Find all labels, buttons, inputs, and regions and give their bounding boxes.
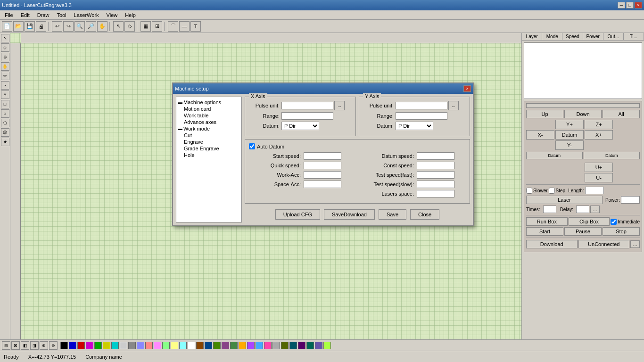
tb-ungroup[interactable]: ⊞ xyxy=(152,21,162,32)
color-swatch-28[interactable] xyxy=(298,342,305,349)
tool-rect[interactable]: □ xyxy=(1,100,9,108)
color-swatch-3[interactable] xyxy=(86,342,93,349)
color-swatch-24[interactable] xyxy=(264,342,272,349)
tool-pencil[interactable]: ✏ xyxy=(1,72,9,80)
menu-view[interactable]: View xyxy=(103,11,122,19)
pause-button[interactable]: Pause xyxy=(564,227,602,236)
color-swatch-19[interactable] xyxy=(222,342,229,349)
color-swatch-31[interactable] xyxy=(323,342,331,349)
tb-print[interactable]: 🖨 xyxy=(36,21,46,32)
tree-work-mode[interactable]: ▬ Work mode xyxy=(178,125,239,132)
color-swatch-20[interactable] xyxy=(230,342,238,349)
tb-line[interactable]: — xyxy=(179,21,190,32)
close-button[interactable]: × xyxy=(635,2,642,8)
maximize-button[interactable]: □ xyxy=(626,2,634,8)
color-swatch-11[interactable] xyxy=(154,342,161,349)
y-minus-button[interactable]: Y- xyxy=(555,140,584,150)
x-plus-button[interactable]: X+ xyxy=(585,130,613,140)
test-speed-fast-input[interactable]: 300.0 xyxy=(417,171,454,179)
color-swatch-29[interactable] xyxy=(306,342,314,349)
color-swatch-6[interactable] xyxy=(111,342,119,349)
tool-ellipse[interactable]: ○ xyxy=(1,109,9,118)
laser-button[interactable]: Laser xyxy=(526,196,603,204)
tool-star[interactable]: ★ xyxy=(1,138,9,146)
minimize-button[interactable]: ─ xyxy=(618,2,625,8)
clip-box-button[interactable]: Clip Box xyxy=(569,217,610,226)
y-datum-select[interactable]: P Dir N Dir xyxy=(396,122,433,130)
space-acc-input[interactable]: 1200.0 xyxy=(304,181,341,188)
x-pulse-unit-btn[interactable]: ... xyxy=(334,101,345,110)
menu-draw[interactable]: Draw xyxy=(33,11,53,19)
menu-edit[interactable]: Edit xyxy=(17,11,33,19)
close-dialog-button[interactable]: Close xyxy=(410,209,439,220)
color-swatch-25[interactable] xyxy=(272,342,280,349)
datum-center-button[interactable]: Datum xyxy=(555,130,584,140)
tool-zoom[interactable]: ⊕ xyxy=(1,53,9,61)
tool-node-edit[interactable]: ◇ xyxy=(1,43,9,52)
layer-list[interactable] xyxy=(524,42,642,99)
cb-tool5[interactable]: ⊕ xyxy=(40,341,48,350)
tree-engrave[interactable]: Engrave xyxy=(184,139,239,145)
datum-button[interactable]: Datum xyxy=(526,152,583,159)
tb-pan[interactable]: ✋ xyxy=(97,21,107,32)
cb-tool3[interactable]: ◧ xyxy=(21,341,29,350)
color-swatch-1[interactable] xyxy=(69,342,76,349)
menu-file[interactable]: File xyxy=(1,11,17,19)
color-swatch-17[interactable] xyxy=(205,342,212,349)
upload-cfg-button[interactable]: Upload CFG xyxy=(275,209,320,220)
tree-hole[interactable]: Hole xyxy=(184,152,239,158)
color-swatch-0[interactable] xyxy=(60,342,68,349)
times-input[interactable]: 1 xyxy=(543,206,556,213)
color-swatch-13[interactable] xyxy=(171,342,178,349)
stop-button[interactable]: Stop xyxy=(603,227,640,236)
download-button[interactable]: Download xyxy=(526,240,578,248)
run-box-button[interactable]: Run Box xyxy=(526,217,568,226)
down-button[interactable]: Down xyxy=(564,110,602,118)
tool-bezier[interactable]: ~ xyxy=(1,81,9,90)
menu-laserwork[interactable]: LaserWork xyxy=(70,11,103,19)
cb-tool1[interactable]: ⊞ xyxy=(2,341,10,350)
color-swatch-27[interactable] xyxy=(289,342,297,349)
save-download-button[interactable]: SaveDownload xyxy=(324,209,375,220)
cb-tool2[interactable]: ⊠ xyxy=(11,341,20,350)
save-button[interactable]: Save xyxy=(379,209,406,220)
y-plus-button[interactable]: Y+ xyxy=(555,120,584,129)
test-speed-slow-input[interactable]: 30.0 xyxy=(417,181,454,188)
tool-select[interactable]: ↖ xyxy=(1,34,9,42)
menu-help[interactable]: Help xyxy=(121,11,140,19)
tb-redo[interactable]: ↪ xyxy=(63,21,74,32)
cb-tool6[interactable]: ⊖ xyxy=(49,341,58,350)
tb-select[interactable]: ↖ xyxy=(113,21,124,32)
tb-zoom-out[interactable]: 🔎 xyxy=(86,21,96,32)
x-pulse-unit-input[interactable]: 0.0051562500 xyxy=(281,102,333,109)
unconnected-button[interactable]: UnConnected xyxy=(578,240,630,248)
y-pulse-unit-input[interactable]: 0.0051562500 xyxy=(396,102,447,109)
tree-motion-card[interactable]: Motion card xyxy=(184,106,239,112)
datum-speed-input[interactable]: 30.0 xyxy=(417,152,454,160)
tree-machine-options[interactable]: ▬ Machine options xyxy=(178,99,239,106)
tree-cut[interactable]: Cut xyxy=(184,132,239,139)
tree-work-table[interactable]: Work table xyxy=(184,112,239,119)
scroll-bar[interactable] xyxy=(526,103,640,108)
unconnected-dots-button[interactable]: ... xyxy=(630,240,640,248)
color-swatch-15[interactable] xyxy=(188,342,195,349)
color-swatch-5[interactable] xyxy=(103,342,110,349)
dialog-close-button[interactable]: × xyxy=(463,85,471,92)
all-button[interactable]: All xyxy=(603,110,640,118)
tb-curve[interactable]: ⌒ xyxy=(168,21,178,32)
cb-tool4[interactable]: ◨ xyxy=(30,341,39,350)
color-swatch-22[interactable] xyxy=(247,342,255,349)
const-speed-input[interactable]: 10.0 xyxy=(417,162,454,169)
menu-tool[interactable]: Tool xyxy=(53,11,70,19)
start-button[interactable]: Start xyxy=(526,227,563,236)
color-swatch-7[interactable] xyxy=(120,342,127,349)
tb-save[interactable]: 💾 xyxy=(25,21,35,32)
datum-right-button[interactable]: Datum xyxy=(584,152,640,159)
up-button[interactable]: Up xyxy=(526,110,563,118)
color-swatch-2[interactable] xyxy=(77,342,85,349)
slower-checkbox[interactable] xyxy=(526,188,532,194)
color-swatch-8[interactable] xyxy=(128,342,136,349)
color-swatch-4[interactable] xyxy=(94,342,102,349)
tb-group[interactable]: ▦ xyxy=(140,21,151,32)
color-swatch-21[interactable] xyxy=(239,342,246,349)
